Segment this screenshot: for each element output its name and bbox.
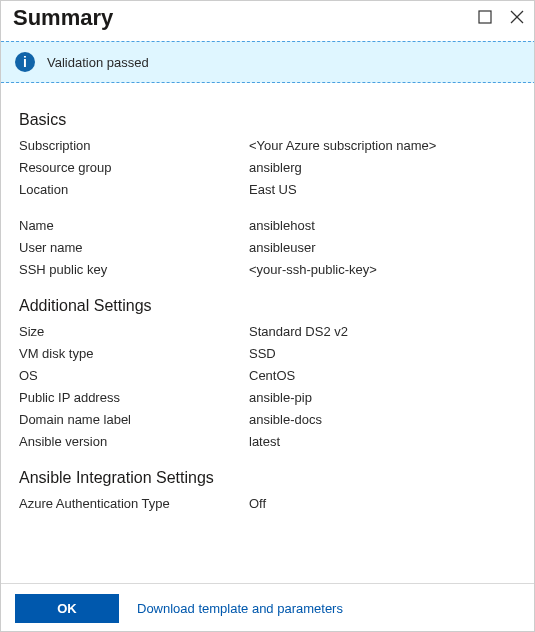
value: <Your Azure subscription name> (249, 135, 436, 157)
value: <your-ssh-public-key> (249, 259, 377, 281)
label: Location (19, 179, 249, 201)
row-location: Location East US (19, 179, 518, 201)
row-subscription: Subscription <Your Azure subscription na… (19, 135, 518, 157)
footer-bar: OK Download template and parameters (1, 583, 535, 632)
label: Subscription (19, 135, 249, 157)
panel-title: Summary (13, 5, 113, 31)
info-icon: i (15, 52, 35, 72)
value: Off (249, 493, 266, 515)
panel-header: Summary (1, 1, 535, 41)
row-size: Size Standard DS2 v2 (19, 321, 518, 343)
label: Ansible version (19, 431, 249, 453)
ok-button[interactable]: OK (15, 594, 119, 623)
label: Size (19, 321, 249, 343)
label: Name (19, 215, 249, 237)
label: SSH public key (19, 259, 249, 281)
value: SSD (249, 343, 276, 365)
section-heading-basics: Basics (19, 111, 518, 129)
row-name: Name ansiblehost (19, 215, 518, 237)
value: ansiblerg (249, 157, 302, 179)
close-icon[interactable] (510, 10, 524, 27)
download-template-link[interactable]: Download template and parameters (137, 601, 343, 616)
header-controls (478, 10, 524, 27)
row-resource-group: Resource group ansiblerg (19, 157, 518, 179)
svg-rect-0 (479, 11, 491, 23)
summary-content: Basics Subscription <Your Azure subscrip… (1, 83, 535, 525)
label: Domain name label (19, 409, 249, 431)
value: latest (249, 431, 280, 453)
value: East US (249, 179, 297, 201)
row-public-ip: Public IP address ansible-pip (19, 387, 518, 409)
maximize-icon[interactable] (478, 10, 492, 27)
value: ansible-pip (249, 387, 312, 409)
value: ansible-docs (249, 409, 322, 431)
label: VM disk type (19, 343, 249, 365)
row-auth-type: Azure Authentication Type Off (19, 493, 518, 515)
value: Standard DS2 v2 (249, 321, 348, 343)
section-heading-integration: Ansible Integration Settings (19, 469, 518, 487)
row-vm-disk-type: VM disk type SSD (19, 343, 518, 365)
value: CentOS (249, 365, 295, 387)
basics-group-2: Name ansiblehost User name ansibleuser S… (19, 215, 518, 281)
label: Azure Authentication Type (19, 493, 249, 515)
additional-rows: Size Standard DS2 v2 VM disk type SSD OS… (19, 321, 518, 453)
validation-banner: i Validation passed (1, 41, 535, 83)
integration-rows: Azure Authentication Type Off (19, 493, 518, 515)
info-icon-glyph: i (23, 54, 27, 70)
section-heading-additional: Additional Settings (19, 297, 518, 315)
row-ansible-version: Ansible version latest (19, 431, 518, 453)
basics-group-1: Subscription <Your Azure subscription na… (19, 135, 518, 201)
row-os: OS CentOS (19, 365, 518, 387)
row-ssh-public-key: SSH public key <your-ssh-public-key> (19, 259, 518, 281)
label: User name (19, 237, 249, 259)
row-user-name: User name ansibleuser (19, 237, 518, 259)
validation-message: Validation passed (47, 55, 149, 70)
value: ansiblehost (249, 215, 315, 237)
value: ansibleuser (249, 237, 316, 259)
label: OS (19, 365, 249, 387)
label: Resource group (19, 157, 249, 179)
label: Public IP address (19, 387, 249, 409)
row-domain-name-label: Domain name label ansible-docs (19, 409, 518, 431)
